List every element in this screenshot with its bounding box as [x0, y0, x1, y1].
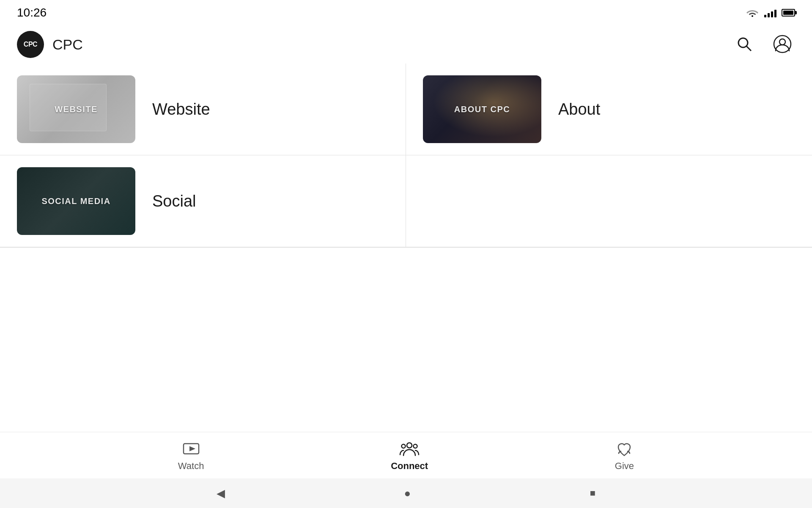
app-title: CPC: [52, 36, 83, 53]
logo-text: CPC: [24, 41, 37, 48]
about-cell[interactable]: ABOUT CPC About: [406, 64, 812, 155]
svg-point-6: [407, 443, 412, 448]
home-icon: ●: [404, 487, 411, 500]
profile-icon: [773, 35, 792, 53]
svg-point-8: [414, 444, 417, 448]
nav-watch[interactable]: Watch: [161, 435, 221, 476]
svg-point-3: [779, 39, 785, 45]
give-label: Give: [615, 461, 634, 472]
wifi-icon: [746, 8, 759, 18]
watch-icon: [182, 439, 200, 458]
status-bar: 10:26: [0, 0, 812, 25]
svg-point-7: [402, 444, 406, 448]
give-icon: [615, 439, 634, 458]
bottom-nav: Watch Connect Give: [0, 432, 812, 478]
svg-point-0: [738, 38, 748, 47]
social-thumb-label: SOCIAL MEDIA: [41, 196, 110, 206]
grid-container: WEBSITE Website ABOUT CPC About SOCIAL M…: [0, 64, 812, 248]
profile-button[interactable]: [770, 31, 795, 58]
website-thumb-label: WEBSITE: [55, 105, 98, 114]
watch-label: Watch: [178, 461, 204, 472]
about-thumbnail: ABOUT CPC: [423, 75, 541, 143]
website-label: Website: [152, 100, 210, 119]
search-icon: [735, 35, 754, 53]
recents-icon: ■: [590, 488, 595, 499]
svg-point-2: [774, 36, 791, 52]
signal-icon: [764, 8, 776, 17]
android-recents-button[interactable]: ■: [586, 483, 600, 503]
social-thumbnail: SOCIAL MEDIA: [17, 167, 135, 235]
app-logo: CPC: [17, 31, 44, 58]
about-label: About: [558, 100, 600, 119]
nav-connect[interactable]: Connect: [374, 435, 445, 476]
nav-give[interactable]: Give: [598, 435, 651, 476]
website-cell[interactable]: WEBSITE Website: [0, 64, 406, 155]
social-cell[interactable]: SOCIAL MEDIA Social: [0, 155, 406, 247]
social-label: Social: [152, 192, 196, 210]
svg-line-1: [746, 46, 751, 51]
website-thumbnail: WEBSITE: [17, 75, 135, 143]
battery-icon: [782, 9, 795, 17]
back-icon: ◀: [217, 487, 225, 500]
header-right: [732, 31, 795, 58]
svg-marker-5: [189, 446, 195, 451]
android-home-button[interactable]: ●: [400, 483, 415, 504]
main-content: WEBSITE Website ABOUT CPC About SOCIAL M…: [0, 64, 812, 432]
android-nav-bar: ◀ ● ■: [0, 478, 812, 508]
search-button[interactable]: [732, 31, 757, 58]
connect-icon: [399, 439, 420, 458]
app-header: CPC CPC: [0, 25, 812, 64]
android-back-button[interactable]: ◀: [212, 483, 229, 504]
empty-cell: [406, 155, 812, 247]
header-left: CPC CPC: [17, 31, 83, 58]
connect-label: Connect: [391, 461, 428, 472]
status-icons: [746, 8, 795, 18]
status-time: 10:26: [17, 6, 47, 19]
about-thumb-label: ABOUT CPC: [454, 105, 510, 114]
